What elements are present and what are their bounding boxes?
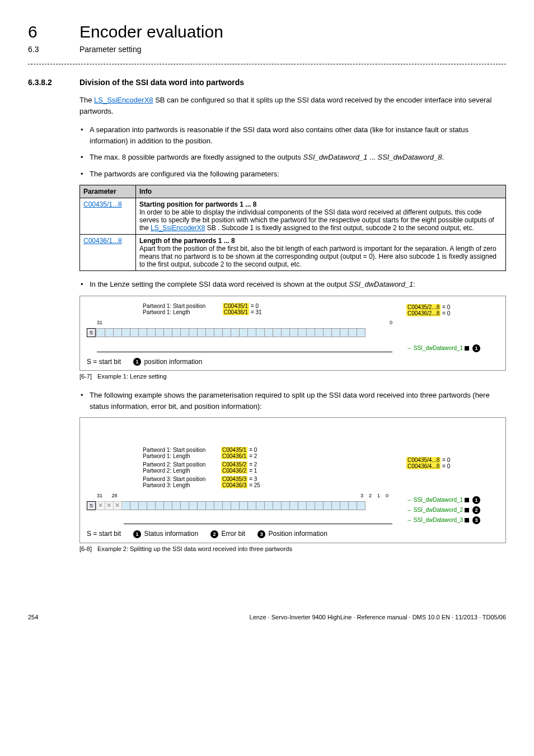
- axis-28: 28: [102, 493, 127, 498]
- start-bit: S: [87, 328, 96, 337]
- legend-position: Position information: [266, 530, 327, 538]
- axis-31: 31: [97, 493, 102, 498]
- diagram-param-labels: Partword 1: Start position C00435/1 = 0 …: [143, 303, 262, 315]
- subsection-number: 6.3: [28, 45, 64, 54]
- legend-num-icon: 3: [257, 530, 265, 538]
- legend-position: position information: [142, 358, 202, 366]
- diagram-right-col: C00435/2...8 = 0 C00436/2...8 = 0 → SSI_…: [406, 304, 499, 352]
- info-bold: Starting position for partwords 1 ... 8: [139, 200, 256, 208]
- param-cell: C00435/1...8: [80, 198, 136, 235]
- section-title: Division of the SSI data word into partw…: [79, 78, 244, 87]
- legend-start-bit: S = start bit: [87, 358, 121, 366]
- bit-strip-2: S: [87, 500, 392, 512]
- info-text: Apart from the position of the first bit…: [139, 245, 496, 268]
- bullet-item: The max. 8 possible partwords are fixedl…: [87, 152, 506, 163]
- p1-sp-val: = 0: [251, 303, 259, 309]
- section-number: 6.3.8.2: [28, 78, 64, 87]
- legend-status: Status information: [142, 530, 198, 538]
- caption-1: [6-7] Example 1: Lenze setting: [79, 373, 506, 380]
- signal-out-1: → SSI_dwDataword_1 1: [406, 496, 499, 504]
- diagram2-right-col: C00435/4...8 = 0 C00436/4...8 = 0 → SSI_…: [406, 424, 499, 524]
- subsection-title: Parameter setting: [79, 45, 142, 54]
- bullet-item: A separation into partwords is reasonabl…: [87, 124, 506, 146]
- right-val-1: = 0: [441, 304, 450, 310]
- diagram-legend: S = start bit 1 position information: [87, 358, 499, 366]
- diagram2-legend: S = start bit 1 Status information 2 Err…: [87, 530, 499, 538]
- doc-info: Lenze · Servo-Inverter 9400 HighLine · R…: [250, 614, 506, 620]
- bit-cells: [97, 328, 366, 337]
- intro-bullets: A separation into partwords is reasonabl…: [79, 124, 506, 179]
- axis-0: 0: [386, 493, 392, 498]
- table-header-row: Parameter Info: [80, 185, 506, 198]
- p1-sp-label: Partword 1: Start position: [143, 303, 221, 309]
- diagram-2: Partword 1: Start positionC00435/1 = 0 P…: [79, 417, 506, 543]
- page-number: 254: [28, 614, 38, 620]
- info-bold: Length of the partwords 1 ... 8: [139, 237, 235, 245]
- body-content: The LS_SsiEncoderX8 SB can be configured…: [79, 95, 506, 552]
- info-cell: Starting position for partwords 1 ... 8 …: [136, 198, 506, 235]
- caption-2: [6-8] Example 2: Splitting up the SSI da…: [79, 545, 506, 552]
- legend-error: Error bit: [219, 530, 245, 538]
- right-code-2: C00436/2...8: [406, 310, 441, 316]
- right-code-1: C00435/2...8: [406, 304, 441, 310]
- page-footer: 254 Lenze · Servo-Inverter 9400 HighLine…: [28, 614, 506, 620]
- legend-num-icon: 2: [210, 530, 218, 538]
- parameter-table: Parameter Info C00435/1...8 Starting pos…: [79, 185, 506, 271]
- info-link[interactable]: LS_SsiEncoderX8: [151, 224, 205, 232]
- start-bit: S: [87, 501, 96, 510]
- axis-1: 1: [377, 493, 386, 498]
- bullet-list-3: The following example shows the paramete…: [79, 390, 506, 412]
- caption-text: Example 1: Lenze setting: [97, 373, 167, 380]
- signal-out-1: → SSI_dwDataword_1 1: [406, 344, 499, 352]
- caption-label: [6-7]: [79, 373, 92, 380]
- bullet-list-2: In the Lenze setting the complete SSI da…: [79, 279, 506, 290]
- bullet-item: The following example shows the paramete…: [87, 390, 506, 412]
- bullet-item: In the Lenze setting the complete SSI da…: [87, 279, 506, 290]
- chapter-title: Encoder evaluation: [79, 22, 223, 41]
- table-header: Info: [136, 185, 506, 198]
- bullet-text-after: :: [413, 280, 415, 288]
- intro-paragraph: The LS_SsiEncoderX8 SB can be configured…: [79, 95, 506, 116]
- param-link[interactable]: C00436/1...8: [83, 237, 122, 245]
- bullet-item: The partwords are configured via the fol…: [87, 169, 506, 180]
- intro-text-before: The: [79, 96, 94, 104]
- caption-label: [6-8]: [79, 545, 92, 552]
- signal-out-2: → SSI_dwDataword_2 2: [406, 506, 499, 514]
- divider: [28, 64, 506, 64]
- diagram2-param-labels: Partword 1: Start positionC00435/1 = 0 P…: [143, 447, 260, 488]
- p1-len-label: Partword 1: Length: [143, 309, 221, 315]
- axis-31: 31: [97, 320, 102, 325]
- chapter-number: 6: [28, 22, 64, 41]
- info-cell: Length of the partwords 1 ... 8 Apart fr…: [136, 235, 506, 271]
- chapter-header: 6 Encoder evaluation: [28, 22, 506, 41]
- info-text-after: SB . Subcode 1 is fixedly assigned to th…: [205, 224, 474, 232]
- table-row: C00436/1...8 Length of the partwords 1 .…: [80, 235, 506, 271]
- p1-len-val: = 31: [251, 309, 262, 315]
- axis-3: 3: [360, 493, 369, 498]
- table-header: Parameter: [80, 185, 136, 198]
- p1-sp-code: C00435/1: [223, 303, 249, 309]
- subsection-header: 6.3 Parameter setting: [28, 45, 506, 54]
- right-val-2: = 0: [441, 310, 450, 316]
- page: 6 Encoder evaluation 6.3 Parameter setti…: [0, 0, 534, 637]
- bullet-italic: SSI_dwDataword_1: [349, 280, 413, 288]
- section-heading: 6.3.8.2 Division of the SSI data word in…: [28, 78, 506, 87]
- table-row: C00435/1...8 Starting position for partw…: [80, 198, 506, 235]
- signal-out-3: → SSI_dwDataword_3 3: [406, 516, 499, 524]
- ssi-encoder-link[interactable]: LS_SsiEncoderX8: [94, 96, 153, 104]
- legend-start-bit: S = start bit: [87, 530, 121, 538]
- axis-2: 2: [369, 493, 377, 498]
- caption-text: Example 2: Splitting up the SSI data wor…: [97, 545, 292, 552]
- diagram-1: Partword 1: Start position C00435/1 = 0 …: [79, 296, 506, 371]
- legend-num-icon: 1: [133, 358, 141, 366]
- axis-0: 0: [390, 320, 392, 325]
- bullet-text-before: In the Lenze setting the complete SSI da…: [90, 280, 349, 288]
- bit-strip: S: [87, 326, 392, 339]
- legend-num-icon: 1: [133, 530, 141, 538]
- bit-cells: [97, 501, 366, 510]
- param-link[interactable]: C00435/1...8: [83, 200, 122, 208]
- param-cell: C00436/1...8: [80, 235, 136, 271]
- p1-len-code: C00436/1: [223, 309, 249, 315]
